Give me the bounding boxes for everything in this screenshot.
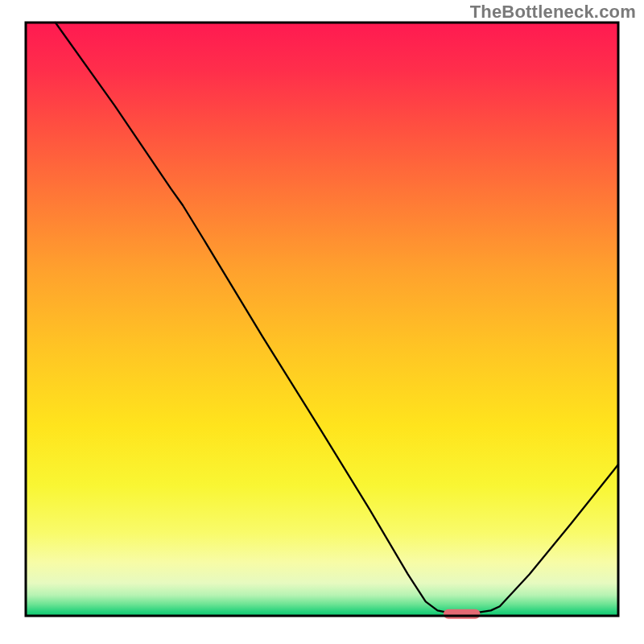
plot-background <box>26 23 618 616</box>
bottleneck-chart: TheBottleneck.com <box>0 0 644 644</box>
chart-svg <box>0 0 644 644</box>
watermark-text: TheBottleneck.com <box>470 2 636 23</box>
optimal-zone-marker <box>444 609 481 619</box>
